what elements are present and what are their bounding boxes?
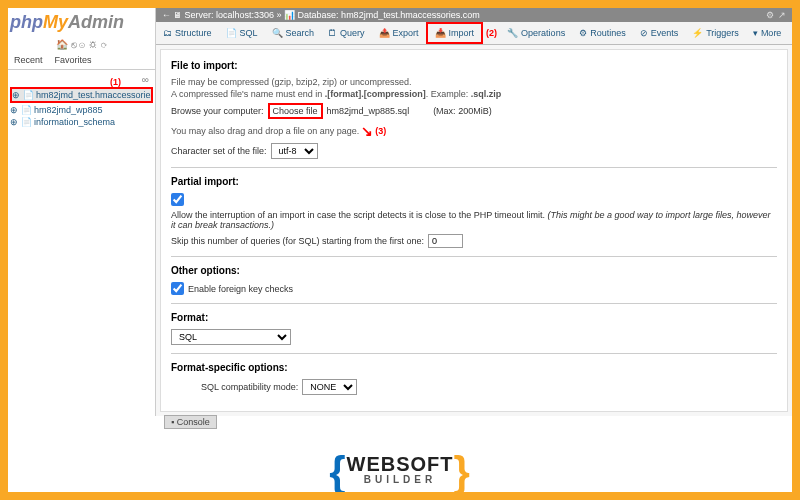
allow-interrupt-checkbox[interactable]	[171, 193, 184, 206]
choose-file-button[interactable]: Choose file	[268, 103, 323, 119]
db-item[interactable]: ⊕ 📄 hm82jmd_wp885	[10, 104, 153, 116]
import-icon: 📥	[435, 28, 446, 38]
nav-left-icon[interactable]: ←	[162, 10, 171, 20]
sidebar-toolbar-icons[interactable]: 🏠 ⎋ ⊙ ⛭ ⟳	[8, 37, 155, 52]
tab-recent[interactable]: Recent	[8, 52, 49, 69]
annotation-arrow: ↘	[361, 123, 373, 139]
main-panel: ← 🖥 Server: localhost:3306 » 📊 Database:…	[156, 8, 792, 416]
console-toggle[interactable]: ▪ Console	[164, 415, 217, 429]
tab-query[interactable]: 🗒Query	[321, 24, 372, 42]
annotation-3: (3)	[375, 126, 386, 136]
operations-icon: 🔧	[507, 28, 518, 38]
tab-search[interactable]: 🔍Search	[265, 24, 322, 42]
fk-label: Enable foreign key checks	[188, 284, 293, 294]
section-partial-heading: Partial import:	[171, 176, 777, 187]
fk-checkbox[interactable]	[171, 282, 184, 295]
annotation-1: (1)	[110, 77, 121, 87]
tab-triggers[interactable]: ⚡Triggers	[685, 24, 746, 42]
tab-more[interactable]: ▾More	[746, 24, 789, 42]
section-fso-heading: Format-specific options:	[171, 362, 777, 373]
max-size: (Max: 200MiB)	[433, 106, 492, 116]
breadcrumb: ← 🖥 Server: localhost:3306 » 📊 Database:…	[156, 8, 792, 22]
structure-icon: 🗂	[163, 28, 172, 38]
compat-label: SQL compatibility mode:	[201, 382, 298, 392]
db-item[interactable]: ⊕ 📄 information_schema	[10, 116, 153, 128]
phpmyadmin-logo: phpMyAdmin	[8, 8, 155, 37]
query-icon: 🗒	[328, 28, 337, 38]
gear-icon[interactable]: ⚙	[766, 10, 774, 20]
section-file-heading: File to import:	[171, 60, 777, 71]
tab-structure[interactable]: 🗂Structure	[156, 24, 219, 42]
export-icon: 📤	[379, 28, 390, 38]
routines-icon: ⚙	[579, 28, 587, 38]
tree-sym-icon[interactable]: ∞	[142, 74, 153, 85]
skip-input[interactable]	[428, 234, 463, 248]
tab-events[interactable]: ⊘Events	[633, 24, 686, 42]
tab-routines[interactable]: ⚙Routines	[572, 24, 633, 42]
charset-label: Character set of the file:	[171, 146, 267, 156]
section-format-heading: Format:	[171, 312, 777, 323]
triggers-icon: ⚡	[692, 28, 703, 38]
sidebar-tabs: Recent Favorites	[8, 52, 155, 70]
tab-export[interactable]: 📤Export	[372, 24, 426, 42]
tab-favorites[interactable]: Favorites	[49, 52, 98, 69]
charset-select[interactable]: utf-8	[271, 143, 318, 159]
highlight-1: ⊕ 📄 hm82jmd_test.hmaccessories.co	[10, 87, 153, 103]
format-select[interactable]: SQL	[171, 329, 291, 345]
section-other-heading: Other options:	[171, 265, 777, 276]
footer-brand: { WEBSOFTBUILDER }	[8, 456, 792, 490]
allow-interrupt-label: Allow the interruption of an import in c…	[171, 210, 777, 230]
compat-select[interactable]: NONE	[302, 379, 357, 395]
tab-operations[interactable]: 🔧Operations	[500, 24, 572, 42]
more-icon: ▾	[753, 28, 758, 38]
exit-icon[interactable]: ↗	[778, 10, 786, 20]
annotation-2: (2)	[483, 28, 500, 38]
sql-icon: 📄	[226, 28, 237, 38]
db-item-selected[interactable]: ⊕ 📄 hm82jmd_test.hmaccessories.co	[12, 89, 151, 101]
tab-import[interactable]: 📥Import	[426, 22, 484, 44]
db-tree: ∞ (1) ⊕ 📄 hm82jmd_test.hmaccessories.co …	[8, 70, 155, 131]
search-icon: 🔍	[272, 28, 283, 38]
file-hint-1: File may be compressed (gzip, bzip2, zip…	[171, 77, 777, 87]
main-tabs: 🗂Structure 📄SQL 🔍Search 🗒Query 📤Export 📥…	[156, 22, 792, 45]
sidebar: phpMyAdmin 🏠 ⎋ ⊙ ⛭ ⟳ Recent Favorites ∞ …	[8, 8, 156, 416]
drag-hint: You may also drag and drop a file on any…	[171, 126, 359, 136]
file-hint-2: A compressed file's name must end in .[f…	[171, 89, 777, 99]
import-form: File to import: File may be compressed (…	[160, 49, 788, 412]
tab-sql[interactable]: 📄SQL	[219, 24, 265, 42]
skip-label: Skip this number of queries (for SQL) st…	[171, 236, 424, 246]
events-icon: ⊘	[640, 28, 648, 38]
chosen-filename: hm82jmd_wp885.sql	[327, 106, 410, 116]
browse-label: Browse your computer:	[171, 106, 264, 116]
